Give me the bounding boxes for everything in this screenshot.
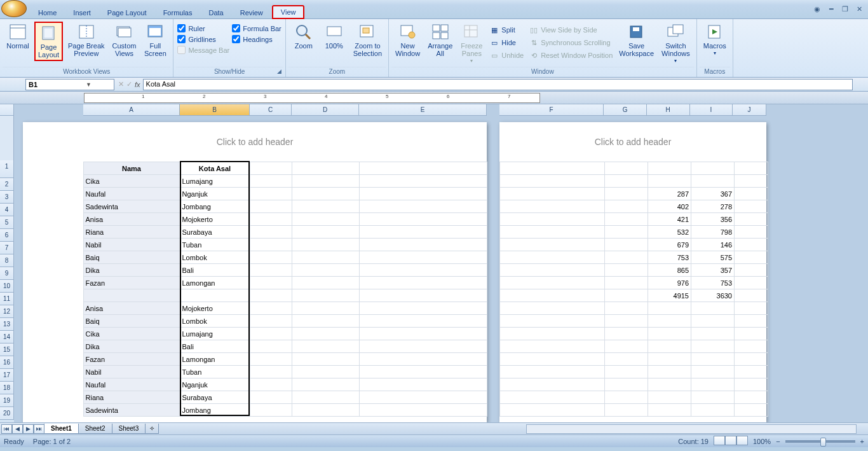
cell[interactable]: 798 [691,226,735,239]
cell[interactable] [250,289,292,302]
cell[interactable] [691,302,735,315]
sheet-tab-2[interactable]: Sheet2 [78,424,112,434]
view-buttons[interactable] [714,436,748,447]
cell[interactable] [359,226,487,239]
cell[interactable]: Nganjuk [180,188,250,200]
cell[interactable]: Baiq [83,315,180,328]
cell[interactable] [359,175,487,188]
cell[interactable] [500,302,605,315]
cell[interactable] [500,162,605,175]
cell[interactable] [359,264,487,277]
cell[interactable] [691,353,735,366]
col-header[interactable]: F [499,104,604,116]
row-header[interactable]: 12 [0,305,14,318]
cell[interactable] [250,239,292,251]
cell[interactable] [250,302,292,315]
cell[interactable] [648,162,691,175]
sheet-nav-next-icon[interactable]: ▶ [23,424,34,434]
macros-button[interactable]: Macros▾ [701,22,729,58]
close-icon[interactable]: ✕ [854,5,864,13]
cell[interactable]: Bali [180,340,250,353]
row-header[interactable]: 19 [0,394,14,407]
sheet-nav-first-icon[interactable]: ⏮ [1,424,12,434]
tab-formulas[interactable]: Formulas [156,7,200,18]
col-header[interactable]: J [733,104,766,116]
cell[interactable]: 753 [691,277,735,289]
cell[interactable] [292,404,359,417]
new-window-button[interactable]: New Window [393,22,423,59]
cell[interactable] [605,277,648,289]
cell[interactable]: Kota Asal [180,162,250,175]
zoom-level[interactable]: 100% [753,438,771,445]
zoom-in-icon[interactable]: + [860,438,864,445]
cell[interactable] [250,404,292,417]
cell[interactable] [500,200,605,213]
cell[interactable] [735,213,768,226]
custom-views-button[interactable]: Custom Views [110,22,139,59]
cell[interactable] [359,162,487,175]
cell[interactable] [605,200,648,213]
cell[interactable] [250,226,292,239]
tab-home[interactable]: Home [31,7,64,18]
cell[interactable] [735,264,768,277]
cell[interactable] [735,391,768,404]
cell[interactable]: 679 [648,239,691,251]
row-header[interactable]: 10 [0,280,14,293]
row-header[interactable]: 6 [0,229,14,242]
cell[interactable] [500,239,605,251]
row-header[interactable]: 17 [0,369,14,382]
cell[interactable] [691,378,735,391]
cell[interactable] [250,251,292,264]
cell[interactable]: Bali [180,264,250,277]
cell[interactable]: Mojokerto [180,213,250,226]
cell[interactable]: Lumajang [180,175,250,188]
cell[interactable]: Nama [83,162,180,175]
row-header[interactable]: 18 [0,382,14,394]
cell[interactable]: Sadewinta [83,404,180,417]
cell[interactable] [735,315,768,328]
name-box-dropdown-icon[interactable]: ▼ [86,81,92,88]
cell[interactable]: Surabaya [180,391,250,404]
arrange-all-button[interactable]: Arrange All [425,22,455,59]
col-header[interactable]: B [180,104,250,116]
help-icon[interactable]: ◉ [812,5,822,13]
cell[interactable] [605,264,648,277]
row-header[interactable]: 11 [0,293,14,305]
cell[interactable] [605,213,648,226]
cell[interactable] [250,277,292,289]
cell[interactable] [500,289,605,302]
cell[interactable] [605,328,648,340]
cell[interactable]: Nabil [83,366,180,378]
ruler-checkbox[interactable]: Ruler [177,24,229,32]
cell[interactable] [691,366,735,378]
new-sheet-icon[interactable]: ✧ [145,424,159,434]
cell[interactable] [735,340,768,353]
cell[interactable] [250,200,292,213]
cell[interactable] [359,239,487,251]
cell[interactable] [500,213,605,226]
cell[interactable]: Lombok [180,251,250,264]
cell[interactable] [735,404,768,417]
sheet-nav-prev-icon[interactable]: ◀ [12,424,23,434]
tab-view[interactable]: View [272,5,305,19]
cell[interactable]: Nganjuk [180,378,250,391]
tab-data[interactable]: Data [201,7,231,18]
col-header[interactable]: I [690,104,733,116]
cell[interactable]: 976 [648,277,691,289]
cell[interactable]: Fazan [83,353,180,366]
cell[interactable] [250,188,292,200]
cell[interactable] [180,289,250,302]
col-header[interactable]: G [604,104,647,116]
cell[interactable]: Mojokerto [180,302,250,315]
cell[interactable] [500,328,605,340]
cell[interactable] [292,175,359,188]
fx-icon[interactable]: fx [135,81,140,88]
cell[interactable]: Riana [83,226,180,239]
cell[interactable] [648,328,691,340]
cell[interactable] [648,378,691,391]
row-header[interactable]: 5 [0,216,14,229]
cell[interactable] [292,289,359,302]
cell[interactable] [292,366,359,378]
cell[interactable] [359,328,487,340]
row-header[interactable]: 1 [0,160,14,178]
